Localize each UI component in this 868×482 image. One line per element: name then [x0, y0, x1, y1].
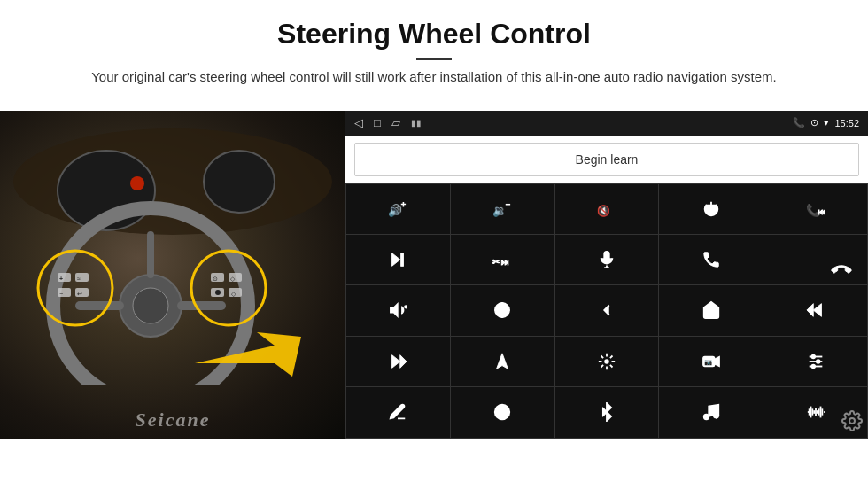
title-divider [416, 58, 452, 60]
svg-marker-54 [714, 356, 719, 366]
navigate-button[interactable] [451, 337, 554, 386]
vol-down-button[interactable]: 🔉− [451, 184, 554, 234]
circle-dot-button[interactable] [451, 387, 554, 437]
360-view-button[interactable]: 360° [451, 285, 554, 335]
svg-text:−: − [506, 200, 510, 209]
svg-text:+: + [401, 200, 406, 209]
svg-point-3 [130, 176, 144, 190]
signal-icon: ▮▮ [411, 118, 422, 128]
next-button[interactable] [346, 235, 450, 284]
bluetooth-button[interactable] [555, 387, 659, 437]
back-button[interactable] [555, 285, 659, 335]
equalizer-button[interactable] [555, 337, 659, 386]
page-subtitle: Your original car's steering wheel contr… [89, 67, 779, 88]
svg-point-62 [500, 410, 505, 416]
svg-point-63 [704, 415, 709, 420]
back-nav-icon[interactable]: ◁ [354, 116, 363, 129]
steering-wheel-svg: + ≈ − ↩ ⊙ ◇ ◇ [0, 111, 345, 385]
phone-call-button[interactable] [659, 235, 763, 284]
svg-marker-46 [813, 304, 821, 317]
home-button[interactable] [659, 285, 763, 335]
svg-point-41 [405, 306, 407, 308]
status-nav-icons: ◁ □ ▱ ▮▮ [354, 116, 422, 129]
car-image: + ≈ − ↩ ⊙ ◇ ◇ [0, 111, 345, 439]
svg-marker-50 [497, 354, 508, 369]
home-nav-icon[interactable]: □ [374, 116, 381, 129]
svg-text:📷: 📷 [704, 358, 713, 366]
svg-point-59 [817, 360, 820, 363]
status-right: 📞 ⊙ ▾ 15:52 [793, 117, 859, 128]
page-header: Steering Wheel Control Your original car… [0, 0, 868, 111]
svg-marker-49 [400, 355, 407, 369]
svg-text:🔇: 🔇 [597, 203, 610, 216]
page-container: Steering Wheel Control Your original car… [0, 0, 868, 439]
svg-text:✂: ✂ [492, 257, 500, 267]
car-image-bg: + ≈ − ↩ ⊙ ◇ ◇ [0, 111, 345, 439]
svg-point-2 [204, 151, 275, 213]
svg-text:↩: ↩ [77, 291, 82, 297]
svg-text:♪: ♪ [715, 414, 718, 422]
wifi-icon: ▾ [824, 117, 829, 128]
status-time: 15:52 [834, 118, 859, 128]
svg-marker-36 [392, 253, 400, 267]
svg-text:≈: ≈ [77, 276, 81, 282]
svg-text:⊙: ⊙ [213, 276, 218, 282]
skip-prev-button[interactable] [763, 285, 867, 335]
svg-point-60 [811, 365, 815, 369]
begin-learn-row: Begin learn [345, 136, 868, 183]
pen-button[interactable] [346, 387, 450, 437]
camera-button[interactable]: 📷 [659, 337, 763, 386]
svg-point-9 [133, 288, 168, 323]
phone-icon: 📞 [793, 117, 805, 128]
mic-button[interactable] [555, 235, 659, 284]
hang-up-button[interactable] [763, 235, 867, 284]
content-area: + ≈ − ↩ ⊙ ◇ ◇ [0, 111, 868, 439]
music-button[interactable]: ♪ [659, 387, 763, 437]
prev-track-button[interactable]: 📞⏮ [763, 184, 867, 234]
control-grid: 🔊+ 🔉− 🔇 📞⏮ [345, 183, 868, 439]
svg-text:360°: 360° [500, 309, 508, 314]
vol-up-button[interactable]: 🔊+ [346, 184, 450, 234]
skip-next-button[interactable] [346, 337, 450, 386]
svg-point-51 [605, 360, 608, 363]
horn-button[interactable] [346, 285, 450, 335]
vol-mute-button[interactable]: 🔇 [555, 184, 659, 234]
svg-text:⏮: ⏮ [818, 206, 825, 215]
sliders-button[interactable] [763, 337, 867, 386]
unit-panel: ◁ □ ▱ ▮▮ 📞 ⊙ ▾ 15:52 Begin learn [345, 111, 868, 439]
gear-icon[interactable] [841, 410, 863, 431]
location-icon: ⊙ [810, 117, 818, 128]
svg-point-58 [811, 355, 815, 359]
power-button[interactable] [659, 184, 763, 234]
svg-point-19 [191, 251, 266, 325]
recents-nav-icon[interactable]: ▱ [391, 116, 400, 129]
svg-marker-47 [807, 304, 813, 317]
svg-point-77 [849, 418, 855, 424]
svg-text:+: + [59, 276, 63, 282]
svg-text:⏭: ⏭ [501, 258, 509, 267]
page-title: Steering Wheel Control [53, 18, 815, 51]
gear-icon-area [841, 410, 863, 435]
brand-text: Seicane [136, 408, 211, 431]
fast-forward-button[interactable]: ✂⏭ [451, 235, 554, 284]
begin-learn-button[interactable]: Begin learn [354, 143, 859, 176]
status-bar: ◁ □ ▱ ▮▮ 📞 ⊙ ▾ 15:52 [345, 111, 868, 136]
svg-rect-37 [401, 253, 404, 267]
svg-text:−: − [59, 291, 63, 297]
svg-point-26 [215, 290, 221, 295]
svg-marker-48 [392, 355, 400, 369]
